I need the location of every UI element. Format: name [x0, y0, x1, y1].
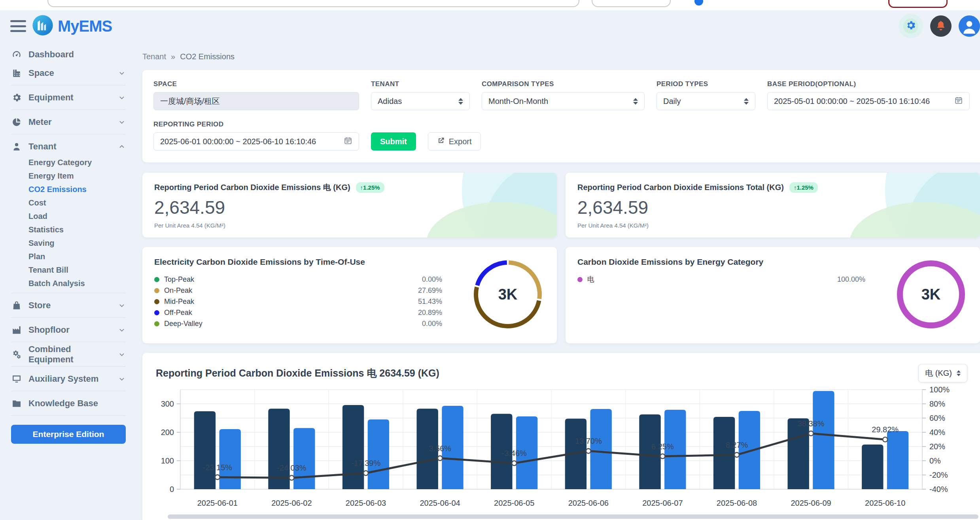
period-value: Daily: [663, 97, 740, 106]
legend-dot-icon: [154, 310, 159, 315]
sidebar-subitem-saving[interactable]: Saving: [0, 236, 137, 250]
gears-icon: [11, 349, 22, 360]
donut-chart: 3K: [896, 260, 966, 331]
svg-text:0%: 0%: [929, 456, 941, 465]
browser-artifact-dot: [694, 0, 703, 6]
building-icon: [11, 68, 22, 79]
browser-artifact-red: [888, 0, 948, 8]
sidebar-subitem-co2-emissions[interactable]: CO2 Emissions: [0, 183, 137, 196]
enterprise-edition-button[interactable]: Enterprise Edition: [11, 425, 126, 444]
comparison-types-label: COMPARISON TYPES: [482, 80, 645, 88]
browser-artifact-strip: [0, 0, 980, 10]
sidebar-divider: [11, 134, 126, 134]
reporting-period-label: REPORTING PERIOD: [153, 121, 359, 128]
notifications-button[interactable]: [930, 15, 952, 37]
settings-button[interactable]: [899, 14, 923, 38]
legend-label: 电: [587, 275, 594, 284]
comparison-types-select[interactable]: Month-On-Month: [482, 92, 645, 110]
gauge-icon: [11, 49, 22, 60]
reporting-period-input[interactable]: 2025-06-01 00:00:00 ~ 2025-06-10 16:10:4…: [153, 132, 359, 151]
kpi-trend-badge: ↑1.25%: [356, 182, 384, 193]
base-period-value: 2025-05-01 00:00:00 ~ 2025-05-10 16:10:4…: [774, 97, 950, 106]
donut-legend: 电100.00%: [577, 274, 865, 285]
sidebar-subitem-statistics[interactable]: Statistics: [0, 223, 137, 236]
donut-chart: 3K: [473, 260, 543, 331]
base-period-label: BASE PERIOD(OPTIONAL): [767, 80, 970, 88]
svg-text:8.27%: 8.27%: [726, 441, 748, 449]
user-avatar[interactable]: [959, 15, 980, 37]
select-arrows-icon: [744, 98, 749, 105]
bar-chart-card: Reporting Period Carbon Dioxide Emission…: [142, 353, 980, 520]
export-label: Export: [449, 137, 472, 146]
sidebar-subitem-load[interactable]: Load: [0, 209, 137, 223]
sidebar-item-label: Equipment: [28, 92, 74, 103]
svg-text:100: 100: [161, 456, 174, 465]
sidebar-divider: [11, 109, 126, 110]
sidebar-divider: [11, 391, 126, 391]
period-types-label: PERIOD TYPES: [656, 80, 755, 88]
select-arrows-icon: [957, 370, 961, 376]
sidebar-subitem-batch-analysis[interactable]: Batch Analysis: [0, 277, 137, 290]
pie-icon: [11, 117, 22, 128]
legend-row-top-peak[interactable]: Top-Peak0.00%: [154, 274, 442, 285]
sidebar-item-equipment[interactable]: Equipment: [0, 88, 137, 107]
legend-row-off-peak[interactable]: Off-Peak20.89%: [154, 307, 442, 318]
sidebar-item-knowledge-base[interactable]: Knowledge Base: [0, 394, 137, 413]
svg-text:40%: 40%: [929, 428, 945, 437]
sidebar-subitem-energy-category[interactable]: Energy Category: [0, 156, 137, 169]
unit-select[interactable]: 电 (KG): [918, 364, 967, 382]
tenant-select[interactable]: Adidas: [371, 92, 470, 110]
sidebar-subitem-plan[interactable]: Plan: [0, 250, 137, 263]
svg-text:2025-06-08: 2025-06-08: [717, 499, 757, 507]
calendar-icon: [344, 136, 352, 147]
bag-icon: [11, 300, 22, 311]
sidebar-item-tenant[interactable]: Tenant: [0, 137, 137, 156]
sidebar-item-shopfloor[interactable]: Shopfloor: [0, 320, 137, 339]
chevron-down-icon: [118, 326, 126, 334]
sidebar-item-meter[interactable]: Meter: [0, 113, 137, 131]
kpi-footnote: Per Unit Area 4.54 (KG/M²): [577, 222, 968, 229]
sidebar-nav: DashboardSpaceEquipmentMeterTenantEnergy…: [0, 42, 137, 520]
horizontal-scrollbar[interactable]: [168, 514, 978, 519]
svg-text:2025-06-01: 2025-06-01: [197, 499, 238, 507]
select-arrows-icon: [458, 98, 463, 105]
sidebar-subitem-cost[interactable]: Cost: [0, 196, 137, 209]
brand-name: MyEMS: [58, 17, 112, 35]
svg-text:3K: 3K: [921, 286, 941, 303]
period-types-select[interactable]: Daily: [656, 92, 755, 110]
export-button[interactable]: Export: [428, 132, 481, 151]
legend-row-电[interactable]: 电100.00%: [577, 274, 865, 285]
tenant-value: Adidas: [378, 97, 454, 106]
base-period-input[interactable]: 2025-05-01 00:00:00 ~ 2025-05-10 16:10:4…: [767, 92, 970, 110]
svg-text:2025-06-03: 2025-06-03: [346, 499, 386, 507]
sidebar-item-label: Meter: [28, 117, 52, 127]
sidebar-item-combined-equipment[interactable]: Combined Equipment: [0, 345, 137, 364]
svg-text:2025-06-04: 2025-06-04: [420, 499, 460, 507]
sidebar-subitem-energy-item[interactable]: Energy Item: [0, 169, 137, 183]
browser-artifact: [592, 0, 671, 7]
sidebar-item-dashboard[interactable]: Dashboard: [0, 45, 137, 64]
sidebar-item-auxiliary-system[interactable]: Auxiliary System: [0, 369, 137, 388]
svg-text:2025-06-06: 2025-06-06: [568, 499, 609, 507]
svg-text:-40%: -40%: [929, 485, 948, 494]
legend-row-deep-valley[interactable]: Deep-Valley0.00%: [154, 318, 442, 329]
select-arrows-icon: [633, 98, 638, 105]
space-input[interactable]: 一度城/商场/租区: [153, 92, 359, 110]
browser-artifact: [47, 0, 579, 7]
breadcrumb-parent[interactable]: Tenant: [142, 52, 166, 61]
hamburger-menu-icon[interactable]: [10, 20, 26, 32]
main-content: Tenant » CO2 Emissions SPACE 一度城/商场/租区 T…: [137, 42, 980, 520]
chart-title: Reporting Period Carbon Dioxide Emission…: [156, 367, 439, 380]
legend-label: Top-Peak: [164, 275, 194, 284]
sidebar-divider: [11, 293, 126, 293]
submit-button[interactable]: Submit: [371, 132, 416, 151]
legend-row-mid-peak[interactable]: Mid-Peak51.43%: [154, 296, 442, 307]
sidebar-item-space[interactable]: Space: [0, 64, 137, 82]
brand-logo[interactable]: MyEMS: [32, 14, 112, 38]
sidebar-item-store[interactable]: Store: [0, 296, 137, 315]
legend-row-on-peak[interactable]: On-Peak27.69%: [154, 285, 442, 296]
sidebar-subitem-tenant-bill[interactable]: Tenant Bill: [0, 263, 137, 277]
legend-dot-icon: [154, 299, 159, 304]
sidebar-divider: [11, 85, 126, 85]
donut-legend: Top-Peak0.00%On-Peak27.69%Mid-Peak51.43%…: [154, 274, 442, 329]
